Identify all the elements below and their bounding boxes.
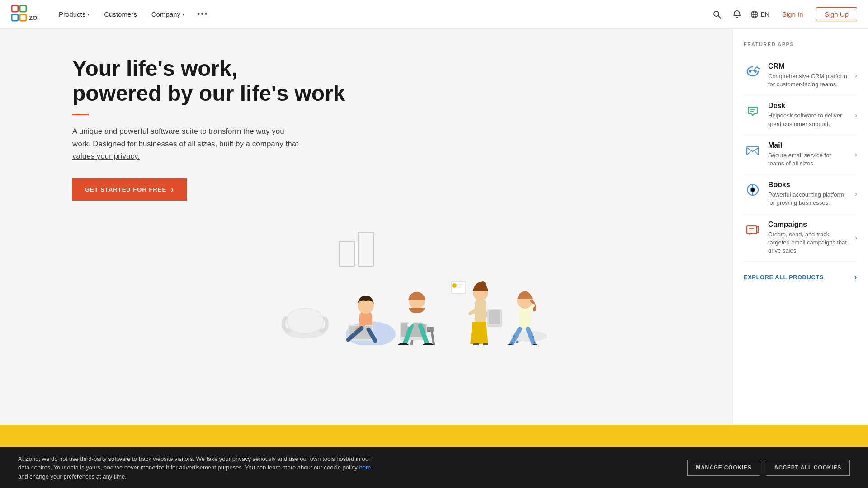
campaigns-info: Campaigns Create, send, and track target… xyxy=(768,221,849,255)
svg-rect-0 xyxy=(12,5,18,12)
crm-icon xyxy=(744,62,762,80)
svg-point-55 xyxy=(533,341,536,343)
svg-point-53 xyxy=(511,342,513,344)
crm-desc: Comprehensive CRM platform for customer-… xyxy=(768,72,849,89)
svg-rect-12 xyxy=(339,241,355,266)
signin-button[interactable]: Sign In xyxy=(777,8,809,21)
crm-info: CRM Comprehensive CRM platform for custo… xyxy=(768,62,849,89)
campaigns-name: Campaigns xyxy=(768,221,849,229)
desk-desc: Helpdesk software to deliver great custo… xyxy=(768,112,849,128)
mail-name: Mail xyxy=(768,141,849,150)
app-item-campaigns[interactable]: Campaigns Create, send, and track target… xyxy=(744,214,857,262)
books-name: Books xyxy=(768,181,849,189)
nav-products[interactable]: Products ▾ xyxy=(52,7,96,22)
svg-point-54 xyxy=(532,336,534,338)
explore-label: EXPLORE ALL PRODUCTS xyxy=(744,274,824,281)
hero-illustration xyxy=(72,219,705,345)
search-icon[interactable] xyxy=(711,8,723,21)
desk-name: Desk xyxy=(768,102,849,110)
desk-chevron: › xyxy=(855,112,857,119)
svg-rect-44 xyxy=(473,343,479,345)
explore-arrow-icon: › xyxy=(854,272,858,282)
header: ZOHO Products ▾ Customers Company ▾ ••• xyxy=(0,0,868,29)
language-selector[interactable]: EN xyxy=(750,10,769,19)
svg-text:ZOHO: ZOHO xyxy=(29,14,38,21)
hero-section: Your life's work, powered by our life's … xyxy=(0,29,732,425)
svg-rect-45 xyxy=(483,343,488,345)
hero-divider xyxy=(72,114,89,115)
manage-cookies-button[interactable]: MANAGE COOKIES xyxy=(687,460,760,461)
logo[interactable]: ZOHO xyxy=(11,5,38,24)
mail-desc: Secure email service for teams of all si… xyxy=(768,151,849,168)
language-label: EN xyxy=(760,11,769,18)
accept-cookies-button[interactable]: ACCEPT ALL COOKIES xyxy=(766,460,850,461)
cookie-banner: At Zoho, we do not use third-party softw… xyxy=(0,447,868,461)
svg-point-52 xyxy=(516,340,519,343)
app-item-books[interactable]: Books Powerful accounting platform for g… xyxy=(744,174,857,214)
nav-company[interactable]: Company ▾ xyxy=(145,7,191,22)
featured-label: FEATURED APPS xyxy=(744,42,857,47)
nav-products-chevron: ▾ xyxy=(87,12,90,17)
svg-point-39 xyxy=(480,281,486,286)
svg-rect-2 xyxy=(12,14,18,21)
svg-point-79 xyxy=(750,188,755,192)
mail-info: Mail Secure email service for teams of a… xyxy=(768,141,849,168)
svg-line-26 xyxy=(432,332,434,345)
app-item-desk[interactable]: Desk Helpdesk software to deliver great … xyxy=(744,95,857,135)
desk-info: Desk Helpdesk software to deliver great … xyxy=(768,102,849,128)
books-icon xyxy=(744,181,762,199)
cookie-text: At Zoho, we do not use third-party softw… xyxy=(18,455,380,461)
svg-point-51 xyxy=(513,335,515,337)
campaigns-chevron: › xyxy=(855,234,857,241)
svg-rect-13 xyxy=(358,232,374,266)
svg-point-60 xyxy=(452,283,457,288)
hero-title: Your life's work, powered by our life's … xyxy=(72,56,705,106)
mail-icon xyxy=(744,141,762,160)
cta-arrow-icon: › xyxy=(171,185,174,194)
nav-company-label: Company xyxy=(151,10,180,18)
privacy-link[interactable]: values your privacy. xyxy=(72,152,140,160)
main-nav: Products ▾ Customers Company ▾ ••• xyxy=(52,6,711,23)
nav-products-label: Products xyxy=(59,10,85,18)
nav-more[interactable]: ••• xyxy=(193,6,213,23)
header-actions: EN Sign In Sign Up xyxy=(711,7,857,21)
signup-button[interactable]: Sign Up xyxy=(816,7,857,21)
books-info: Books Powerful accounting platform for g… xyxy=(768,181,849,207)
app-item-crm[interactable]: CRM Comprehensive CRM platform for custo… xyxy=(744,56,857,95)
svg-rect-3 xyxy=(20,14,26,21)
nav-customers[interactable]: Customers xyxy=(98,7,143,22)
notifications-icon[interactable] xyxy=(731,8,743,21)
crm-name: CRM xyxy=(768,62,849,70)
explore-all-link[interactable]: EXPLORE ALL PRODUCTS › xyxy=(744,271,857,282)
app-item-mail[interactable]: Mail Secure email service for teams of a… xyxy=(744,135,857,174)
get-started-button[interactable]: GET STARTED FOR FREE › xyxy=(72,178,187,201)
desk-icon xyxy=(744,102,762,120)
campaigns-icon xyxy=(744,221,762,239)
cookie-buttons: MANAGE COOKIES ACCEPT ALL COOKIES xyxy=(687,460,850,461)
campaigns-desc: Create, send, and track targeted email c… xyxy=(768,230,849,255)
svg-point-34 xyxy=(423,343,434,345)
nav-customers-label: Customers xyxy=(104,10,137,18)
main-content: Your life's work, powered by our life's … xyxy=(0,29,868,425)
nav-company-chevron: ▾ xyxy=(182,12,184,17)
svg-line-6 xyxy=(718,16,721,18)
mail-chevron: › xyxy=(855,151,857,158)
svg-rect-61 xyxy=(457,284,463,285)
crm-chevron: › xyxy=(855,72,857,79)
books-desc: Powerful accounting platform for growing… xyxy=(768,191,849,207)
svg-rect-1 xyxy=(20,5,26,12)
hero-description: A unique and powerful software suite to … xyxy=(72,125,298,162)
svg-point-5 xyxy=(714,11,719,16)
svg-rect-43 xyxy=(489,310,500,324)
svg-rect-62 xyxy=(457,286,461,288)
books-chevron: › xyxy=(855,190,857,197)
featured-panel: FEATURED APPS CRM Comprehensive CRM plat… xyxy=(732,29,868,425)
